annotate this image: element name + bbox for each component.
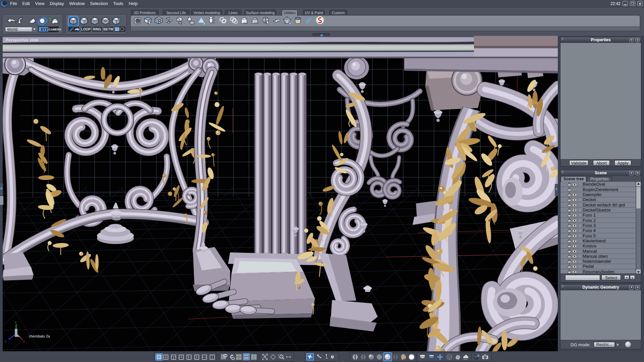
svg-text:Fuss 2: Fuss 2: [583, 218, 596, 223]
svg-text:Fuss 1: Fuss 1: [583, 213, 596, 218]
svg-text:Deckel: Deckel: [583, 197, 596, 202]
svg-text:X: X: [23, 340, 25, 343]
svg-text:Manual: Manual: [583, 249, 597, 254]
svg-text:Fuss 5: Fuss 5: [583, 233, 596, 238]
svg-text:XYZ: XYZ: [41, 27, 48, 32]
svg-text:World: World: [7, 27, 17, 32]
svg-text:Manual oben: Manual oben: [583, 254, 608, 259]
svg-text:chembalo 2a: chembalo 2a: [29, 334, 50, 338]
svg-text:⣿: ⣿: [638, 247, 640, 250]
svg-text:Deckel einfach 60 grd: Deckel einfach 60 grd: [583, 202, 625, 207]
svg-text:LOOP: LOOP: [81, 27, 91, 31]
svg-text:Korpus: Korpus: [583, 243, 597, 248]
svg-text:Notenstaender: Notenstaender: [583, 259, 611, 264]
svg-text:BogenZierelement: BogenZierelement: [583, 187, 619, 192]
svg-text:Fuss 4: Fuss 4: [583, 228, 596, 233]
svg-text:Perspective view: Perspective view: [6, 38, 39, 42]
svg-text:RING: RING: [93, 27, 101, 31]
svg-text:Daempfer: Daempfer: [583, 192, 602, 197]
svg-text:Z: Z: [5, 340, 7, 343]
svg-text:Klavierband: Klavierband: [583, 238, 606, 243]
svg-text:CAMERA: CAMERA: [49, 28, 61, 31]
svg-text:DeckelStuetze: DeckelStuetze: [583, 207, 611, 213]
svg-text:Y: Y: [15, 321, 17, 324]
svg-text:Pedal: Pedal: [583, 264, 594, 269]
svg-text:BlendeOval: BlendeOval: [583, 182, 605, 187]
svg-text:Fuss 3: Fuss 3: [583, 223, 596, 228]
svg-text:BETW: BETW: [103, 27, 113, 31]
